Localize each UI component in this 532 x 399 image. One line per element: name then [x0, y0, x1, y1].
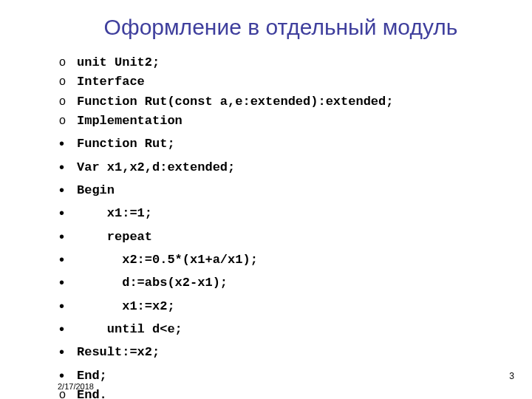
code-line: d:=abs(x2-x1);	[77, 273, 228, 293]
content-list: ounit Unit2;oInterfaceoFunction Rut(cons…	[59, 53, 502, 399]
list-item: •Var x1,x2,d:extended;	[59, 154, 502, 177]
date-text: 2/17/2018	[58, 381, 94, 393]
list-item: •End;	[59, 363, 502, 386]
page-number: 3	[509, 371, 514, 381]
code-line: until d<e;	[77, 320, 183, 339]
list-item: o2/17/2018End.	[59, 386, 502, 399]
list-item: •Result:=x2;	[59, 339, 502, 362]
dot-bullet-icon: •	[59, 341, 77, 364]
code-line: Implementation	[77, 112, 183, 131]
code-line: repeat	[77, 228, 152, 247]
list-item: oFunction Rut(const a,e:extended):extend…	[59, 92, 502, 112]
slide: Оформление в отдельный модуль ounit Unit…	[0, 0, 532, 399]
dot-bullet-icon: •	[59, 318, 77, 341]
code-line: x1:=x2;	[77, 297, 175, 316]
list-item: •Begin	[59, 177, 502, 200]
dot-bullet-icon: •	[59, 295, 77, 318]
code-line: Result:=x2;	[77, 343, 160, 362]
slide-title: Оформление в отдельный модуль	[59, 15, 502, 40]
dot-bullet-icon: •	[59, 132, 77, 155]
circle-bullet-icon: o	[59, 53, 77, 72]
list-item: • x1:=x2;	[59, 293, 502, 316]
circle-bullet-icon: o	[59, 92, 77, 111]
code-line: Begin	[77, 181, 115, 200]
list-item: • x1:=1;	[59, 200, 502, 223]
code-line: Function Rut;	[77, 134, 175, 154]
dot-bullet-icon: •	[59, 156, 77, 179]
list-item: • x2:=0.5*(x1+a/x1);	[59, 247, 502, 270]
list-item: • d:=abs(x2-x1);	[59, 270, 502, 293]
circle-bullet-icon: o	[59, 112, 77, 130]
code-line: Interface	[77, 72, 145, 92]
code-line: x1:=1;	[77, 204, 152, 223]
list-item: oImplementation	[59, 112, 502, 131]
dot-bullet-icon: •	[59, 271, 77, 294]
dot-bullet-icon: •	[59, 248, 77, 271]
list-item: oInterface	[59, 72, 502, 92]
code-line: unit Unit2;	[77, 53, 160, 72]
code-line: x2:=0.5*(x1+a/x1);	[77, 250, 258, 270]
code-line: Var x1,x2,d:extended;	[77, 158, 235, 177]
list-item: •Function Rut;	[59, 131, 502, 154]
dot-bullet-icon: •	[59, 179, 77, 202]
list-item: • until d<e;	[59, 316, 502, 339]
dot-bullet-icon: •	[59, 225, 77, 248]
dot-bullet-icon: •	[59, 202, 77, 225]
code-line: Function Rut(const a,e:extended):extende…	[77, 92, 393, 112]
list-item: ounit Unit2;	[59, 53, 502, 72]
circle-bullet-icon: o	[59, 72, 77, 91]
list-item: • repeat	[59, 224, 502, 247]
